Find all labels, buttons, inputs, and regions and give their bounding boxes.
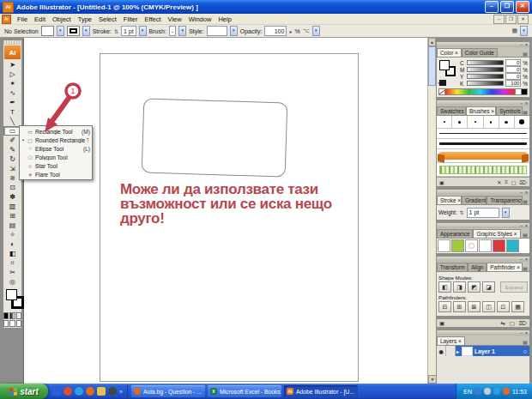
delete-item-icon[interactable]: ⌦ [519,320,527,327]
tray-icon[interactable] [503,388,510,395]
options-of-object-icon[interactable]: ≡ [505,179,508,184]
stroke-weight-field[interactable]: 1 pt [121,26,136,36]
graphic-style-green[interactable] [451,239,464,252]
color-mode-button[interactable] [3,312,9,319]
menu-object[interactable]: Object [49,15,75,24]
brush-libraries-icon[interactable]: ▣ [439,179,444,185]
brush-item[interactable] [452,116,468,128]
channel-value-c[interactable]: 0 [505,59,521,66]
type-tool[interactable]: T [3,107,21,117]
merge-icon[interactable]: ⊠ [468,301,481,312]
graph-options-icon[interactable]: ⌥ [303,27,310,34]
libraries-icon[interactable]: ▣ [439,320,444,327]
pen-tool[interactable]: ✒ [3,98,21,107]
tray-icon[interactable] [484,388,491,395]
gradient-mode-button[interactable] [9,312,15,319]
layer-name[interactable]: Layer 1 [475,348,495,354]
menu-window[interactable]: Window [185,15,215,24]
target-circle-icon[interactable]: ○ [523,348,527,354]
quick-launch-icon[interactable] [63,387,72,396]
quick-launch-icon[interactable] [75,387,83,396]
fill-color-swatch[interactable] [41,26,54,36]
gradient-tool[interactable]: ▤ [3,221,21,230]
layer-row[interactable]: ◉ ▸ Layer 1 ○ [437,346,529,356]
swap-icon[interactable]: ⇆ [500,320,505,327]
graph-options-dropdown-icon[interactable]: ▾ [312,26,320,36]
graphic-style-white[interactable] [479,239,492,252]
tab-swatches[interactable]: Swatches [437,106,466,115]
expand-button[interactable]: Expand [500,281,528,293]
style-field[interactable] [207,26,227,36]
crop-icon[interactable]: ◫ [482,301,495,312]
close-icon[interactable]: ✕ [516,1,529,13]
weight-dropdown-icon[interactable]: ▾ [502,208,510,218]
menu-edit[interactable]: Edit [31,15,49,24]
lock-toggle-cell[interactable] [446,346,456,356]
scroll-up-icon[interactable]: ▲ [428,38,436,46]
color-spectrum-bar[interactable] [438,88,528,95]
fill-stroke-proxy[interactable] [5,288,20,311]
new-brush-icon[interactable]: ▢ [511,179,517,185]
tab-color[interactable]: Color × [437,48,462,57]
brush-item[interactable] [468,116,483,128]
tab-transform[interactable]: Transform [437,263,468,271]
panel-close-icon[interactable]: × [525,331,528,336]
white-swatch[interactable] [516,88,522,95]
minus-back-icon[interactable]: ▦ [511,301,524,312]
panel-menu-icon[interactable]: ▤ [523,109,529,115]
lasso-tool[interactable]: ∿ [3,88,21,98]
graphic-style-teal[interactable] [506,239,519,252]
quick-launch-overflow-icon[interactable]: » [119,389,123,395]
panel-menu-icon[interactable]: ▤ [523,339,529,345]
none-swatch[interactable] [438,88,445,95]
add-shape-icon[interactable]: ◧ [438,281,451,293]
banner-brush[interactable] [437,149,529,163]
start-button[interactable]: start [0,384,48,399]
new-item-icon[interactable]: ▢ [510,320,515,327]
language-indicator[interactable]: EN [463,389,472,395]
brush-dropdown-icon[interactable]: ▾ [178,26,186,36]
tab-align[interactable]: Align [468,263,487,271]
tab-graphic-styles[interactable]: Graphic Styles × [473,229,520,238]
quick-launch-icon[interactable] [86,387,94,396]
stroke-dropdown-icon[interactable]: ▾ [82,26,90,36]
panel-menu-icon[interactable]: ▤ [523,198,529,204]
fill-proxy-swatch[interactable] [439,60,450,70]
panel-menu-icon[interactable]: ▤ [523,265,529,271]
visibility-eye-icon[interactable]: ◉ [437,346,446,356]
menu-filter[interactable]: Filter [120,15,142,24]
quick-launch-icon[interactable] [52,387,61,396]
intersect-shape-icon[interactable]: ◩ [468,281,481,293]
graphic-style-default[interactable] [438,239,450,252]
stroke-weight-dropdown-icon[interactable]: ▾ [139,26,147,36]
panel-collapse-icon[interactable]: – [520,257,523,262]
taskbar-item-illustrator[interactable]: Ai Adobe Illustrator - [U... [284,385,358,397]
style-dropdown-icon[interactable]: ▾ [230,26,238,36]
expand-triangle-icon[interactable]: ▸ [456,348,459,354]
zoom-tool[interactable]: ◎ [3,277,21,287]
magic-wand-tool[interactable]: ✶ [3,79,21,88]
brush-item[interactable] [499,116,515,128]
menu-help[interactable]: Help [215,15,234,24]
floral-brush[interactable] [437,163,529,177]
menu-effect[interactable]: Effect [142,15,165,24]
crop-area-tool[interactable]: ⌗ [3,258,21,268]
panel-menu-icon[interactable]: ▤ [523,232,529,238]
stroke-stepper[interactable]: ⇅ [114,28,118,34]
none-mode-button[interactable]: ∕ [16,312,21,319]
panel-close-icon[interactable]: × [525,101,528,106]
taskbar-item-aula[interactable]: Aula.bg - Question - ... [131,385,205,397]
graph-tool[interactable]: ▥ [3,202,21,211]
weight-field[interactable]: 1 pt [467,208,499,218]
screen-mode-normal-button[interactable] [3,320,9,327]
brush-item[interactable] [484,116,499,128]
flyout-flare-tool[interactable]: ✳ Flare Tool [20,170,92,178]
rounded-rectangle-shape[interactable] [142,98,288,177]
opacity-stepper-icon[interactable]: ▸ [289,28,292,34]
menu-view[interactable]: View [165,15,185,24]
screen-mode-full-button[interactable] [16,320,21,327]
panel-collapse-icon[interactable]: – [520,101,523,106]
channel-slider-c[interactable] [467,60,504,65]
eyedropper-tool[interactable]: ✧ [3,230,21,239]
panel-close-icon[interactable]: × [525,43,528,47]
